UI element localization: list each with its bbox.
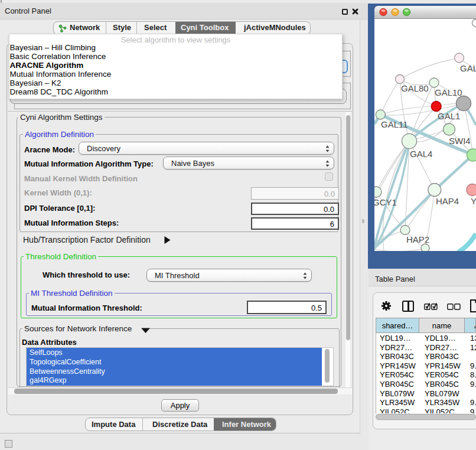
svg-text:GAL80: GAL80 [401,83,429,93]
svg-text:SWI4: SWI4 [449,136,471,146]
svg-text:GAL7: GAL7 [460,63,476,73]
svg-text:GAL1: GAL1 [438,111,460,121]
svg-text:YE: YE [471,196,476,206]
svg-text:GCY1: GCY1 [374,197,397,207]
svg-text:HAP2: HAP2 [406,234,429,244]
svg-text:GAL10: GAL10 [435,87,462,97]
svg-text:GAL4: GAL4 [410,149,432,159]
svg-text:GAL11: GAL11 [381,119,408,129]
svg-text:HAP4: HAP4 [436,196,459,206]
